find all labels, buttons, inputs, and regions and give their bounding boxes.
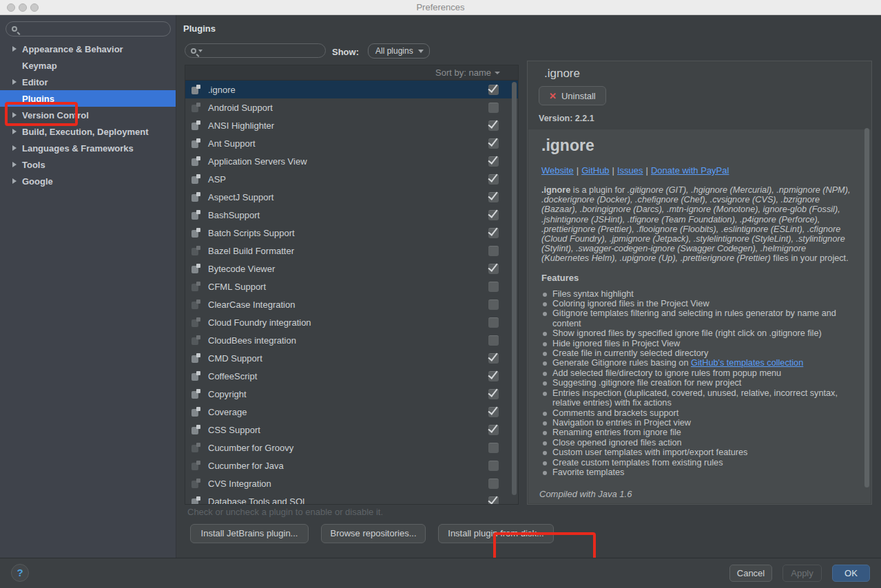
cancel-button[interactable]: Cancel: [729, 565, 772, 582]
plugin-checkbox[interactable]: [488, 120, 499, 131]
plugin-row[interactable]: Database Tools and SQL: [185, 492, 518, 505]
plugin-checkbox[interactable]: [488, 461, 499, 471]
feature-item: Custom user templates with import/export…: [541, 448, 858, 457]
sidebar-item[interactable]: Keymap: [0, 57, 176, 74]
plugin-icon: [191, 425, 201, 434]
install-plugin-from-disk-button[interactable]: Install plugin from disk...: [438, 524, 554, 543]
sidebar-item[interactable]: Editor: [0, 74, 176, 90]
plugin-checkbox[interactable]: [488, 425, 499, 435]
details-scrollbar[interactable]: [864, 128, 869, 487]
plugin-row[interactable]: Application Servers View: [185, 152, 518, 170]
plugin-row[interactable]: Cloud Foundry integration: [185, 313, 518, 331]
plugin-row[interactable]: CVS Integration: [185, 474, 518, 492]
sidebar-item[interactable]: Tools: [0, 156, 176, 173]
plugin-checkbox[interactable]: [488, 246, 499, 256]
plugin-row[interactable]: CoffeeScript: [185, 367, 518, 385]
apply-button[interactable]: Apply: [782, 565, 822, 582]
plugin-checkbox[interactable]: [488, 479, 499, 489]
feature-item: Add selected file/directory to ignore ru…: [541, 368, 858, 378]
plugin-link[interactable]: Website: [541, 165, 574, 176]
plugin-checkbox[interactable]: [488, 264, 499, 274]
plugin-row[interactable]: Batch Scripts Support: [185, 224, 518, 242]
plugin-checkbox[interactable]: [488, 228, 499, 238]
plugin-row-label: Application Servers View: [208, 156, 307, 167]
chevron-right-icon: [12, 178, 17, 184]
plugin-row[interactable]: BashSupport: [185, 206, 518, 224]
feature-item: Comments and brackets support: [541, 408, 858, 418]
plugin-row[interactable]: CMD Support: [185, 349, 518, 367]
sidebar-item[interactable]: Version Control: [0, 107, 176, 123]
plugin-checkbox[interactable]: [488, 300, 499, 310]
plugin-checkbox[interactable]: [488, 353, 499, 364]
plugin-search-field[interactable]: [185, 43, 326, 58]
search-options-arrow-icon[interactable]: [198, 50, 203, 52]
plugin-checkbox[interactable]: [488, 389, 499, 399]
plugin-checkbox[interactable]: [488, 138, 499, 149]
plugin-row[interactable]: Bytecode Viewer: [185, 260, 518, 277]
search-icon: [191, 48, 196, 54]
sort-header[interactable]: Sort by: name: [185, 65, 518, 81]
settings-search-input[interactable]: [21, 24, 145, 34]
plugin-row[interactable]: Cucumber for Groovy: [185, 439, 518, 456]
plugin-checkbox[interactable]: [488, 156, 499, 167]
plugin-link[interactable]: Issues: [617, 165, 643, 176]
sidebar-item[interactable]: Appearance & Behavior: [0, 41, 176, 57]
plugin-link[interactable]: Donate with PayPal: [651, 165, 729, 176]
settings-search-field[interactable]: [6, 21, 171, 36]
plugin-row[interactable]: Ant Support: [185, 134, 518, 152]
plugin-row-label: ClearCase Integration: [208, 300, 295, 310]
help-button[interactable]: ?: [11, 564, 29, 582]
plugin-checkbox[interactable]: [488, 317, 499, 328]
plugin-checkbox[interactable]: [488, 443, 499, 453]
plugin-list-scrollbar[interactable]: [512, 82, 517, 495]
plugin-row[interactable]: Copyright: [185, 385, 518, 403]
plugin-checkbox[interactable]: [488, 496, 499, 505]
show-filter-dropdown[interactable]: All plugins: [368, 43, 430, 59]
plugin-row[interactable]: .ignore: [185, 81, 518, 98]
sidebar-item[interactable]: Build, Execution, Deployment: [0, 123, 176, 140]
feature-item: Navigation to entries in Project view: [541, 418, 858, 428]
plugin-checkbox[interactable]: [488, 174, 499, 185]
browse-repositories-button[interactable]: Browse repositories...: [321, 524, 426, 543]
plugin-link[interactable]: GitHub: [581, 165, 609, 176]
uninstall-button[interactable]: ✕ Uninstall: [539, 86, 606, 105]
plugin-row[interactable]: Coverage: [185, 403, 518, 421]
settings-tree: Appearance & Behavior Keymap Editor Plug…: [0, 41, 176, 189]
plugin-row-label: CVS Integration: [208, 479, 271, 489]
sidebar-item-label: Plugins: [22, 94, 54, 104]
plugin-checkbox[interactable]: [488, 210, 499, 220]
sidebar-item[interactable]: Languages & Frameworks: [0, 140, 176, 156]
plugin-checkbox[interactable]: [488, 103, 499, 113]
plugin-row[interactable]: CFML Support: [185, 277, 518, 295]
plugin-row[interactable]: CSS Support: [185, 421, 518, 439]
plugin-icon: [191, 85, 201, 94]
plugin-search-input[interactable]: [206, 46, 309, 56]
sidebar-item[interactable]: Plugins: [0, 90, 176, 107]
install-jetbrains-plugin-button[interactable]: Install JetBrains plugin...: [190, 524, 309, 543]
description-post: files in your project.: [771, 253, 849, 263]
plugin-row-label: CloudBees integration: [208, 335, 296, 346]
plugin-row[interactable]: ASP: [185, 170, 518, 188]
plugin-row-label: Ant Support: [208, 138, 256, 149]
plugin-row[interactable]: ClearCase Integration: [185, 295, 518, 313]
plugin-checkbox[interactable]: [488, 407, 499, 417]
plugin-row[interactable]: Android Support: [185, 98, 518, 116]
plugin-row[interactable]: Bazel Build Formatter: [185, 242, 518, 260]
ok-button[interactable]: OK: [832, 565, 870, 582]
plugin-row[interactable]: AspectJ Support: [185, 188, 518, 206]
feature-link[interactable]: GitHub's templates collection: [691, 358, 803, 368]
sidebar-item[interactable]: Google: [0, 173, 176, 189]
compiled-note: Compiled with Java 1.6: [539, 489, 632, 499]
plugin-list: Sort by: name .ignore Android Support AN…: [185, 65, 519, 505]
plugin-checkbox[interactable]: [488, 335, 499, 346]
plugin-row[interactable]: ANSI Highlighter: [185, 116, 518, 134]
plugin-row[interactable]: Cucumber for Java: [185, 456, 518, 474]
plugin-checkbox[interactable]: [488, 282, 499, 292]
plugin-checkbox[interactable]: [488, 371, 499, 381]
plugin-icon: [191, 228, 201, 238]
plugin-row[interactable]: CloudBees integration: [185, 331, 518, 349]
plugin-row-label: BashSupport: [208, 210, 260, 220]
plugin-checkbox[interactable]: [488, 192, 499, 202]
feature-item: Renaming entries from ignore file: [541, 428, 858, 437]
plugin-checkbox[interactable]: [488, 85, 499, 95]
